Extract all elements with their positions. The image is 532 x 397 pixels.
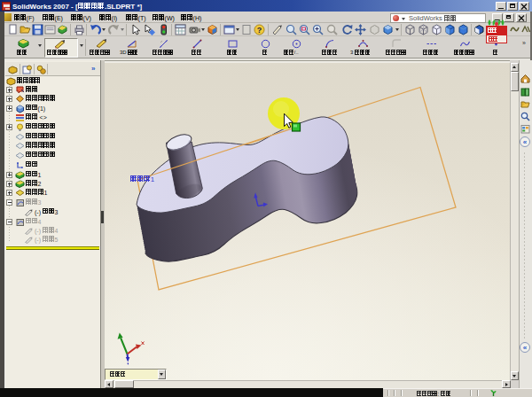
svg-text:?: ? bbox=[257, 26, 262, 35]
